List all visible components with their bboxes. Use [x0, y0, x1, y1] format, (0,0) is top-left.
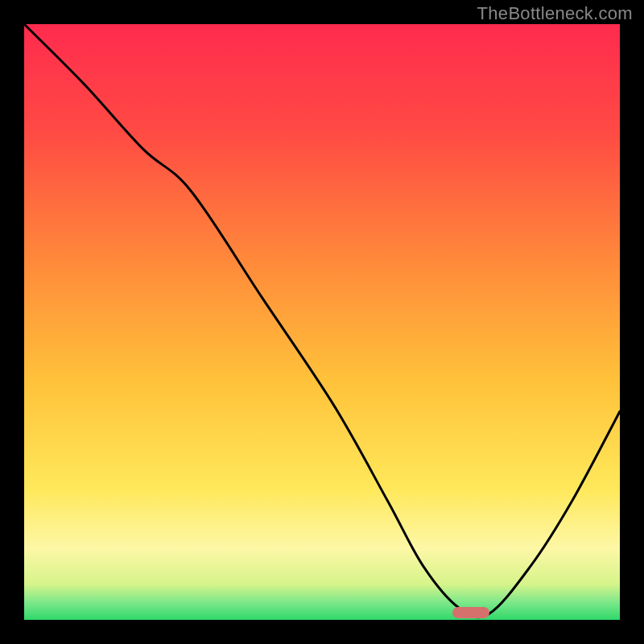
watermark-label: TheBottleneck.com	[477, 3, 633, 24]
bottleneck-chart-svg	[24, 24, 620, 620]
gradient-background	[24, 24, 620, 620]
optimal-point-marker	[452, 607, 489, 618]
plot-area	[24, 24, 620, 620]
chart-frame: TheBottleneck.com	[0, 0, 644, 644]
